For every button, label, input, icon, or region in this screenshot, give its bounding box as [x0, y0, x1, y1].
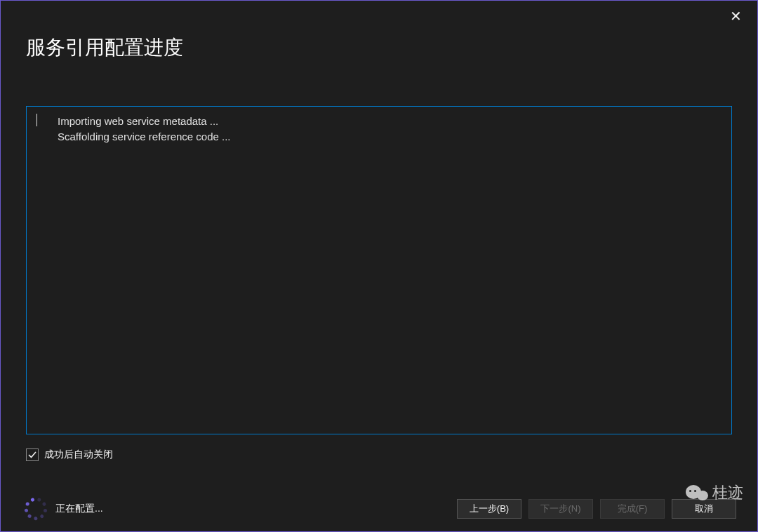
- log-line: Scaffolding service reference code ...: [36, 129, 722, 145]
- text-cursor: [36, 114, 37, 126]
- cancel-button[interactable]: 取消: [672, 499, 736, 519]
- status-text: 正在配置...: [55, 503, 103, 515]
- next-button: 下一步(N): [528, 499, 593, 519]
- auto-close-label: 成功后自动关闭: [44, 448, 113, 461]
- auto-close-checkbox-row: 成功后自动关闭: [26, 448, 113, 461]
- spinner-icon: [26, 499, 46, 519]
- bottom-bar: 正在配置... 上一步(B) 下一步(N) 完成(F) 取消: [1, 486, 757, 531]
- dialog-title: 服务引用配置进度: [1, 1, 757, 61]
- finish-button: 完成(F): [600, 499, 665, 519]
- log-panel: Importing web service metadata ... Scaff…: [26, 106, 732, 434]
- auto-close-checkbox[interactable]: [26, 448, 39, 461]
- log-line: Importing web service metadata ...: [36, 114, 722, 129]
- checkmark-icon: [28, 451, 36, 459]
- back-button[interactable]: 上一步(B): [457, 499, 521, 519]
- close-icon: ✕: [730, 8, 742, 24]
- close-button[interactable]: ✕: [722, 5, 750, 27]
